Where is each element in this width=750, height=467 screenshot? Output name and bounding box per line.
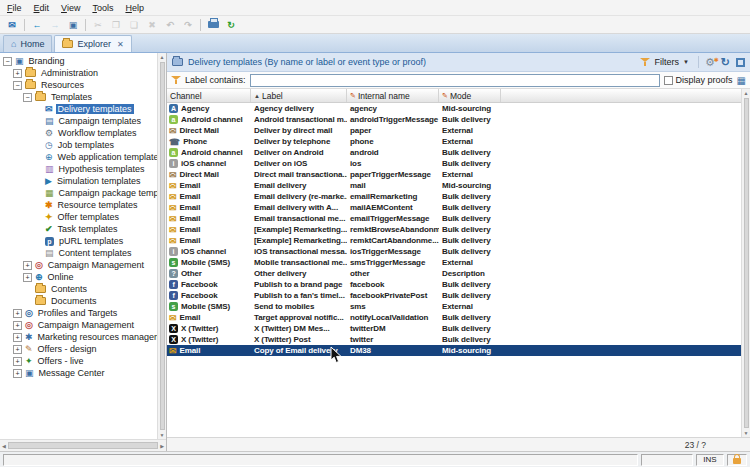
print-button[interactable] (204, 17, 222, 33)
menu-item-file[interactable]: File (1, 1, 28, 15)
table-row[interactable]: ✉Direct MailDirect mail transactiona...p… (167, 169, 741, 180)
table-row[interactable]: ✉EmailTarget approval notific...notifyLo… (167, 312, 741, 323)
table-row[interactable]: fFacebookPublish to a brand pagefacebook… (167, 279, 741, 290)
tree-item-documents[interactable]: Documents (0, 295, 157, 307)
tree-item-hypothesis-templates[interactable]: ▥Hypothesis templates (0, 163, 157, 175)
tree-item-workflow-templates[interactable]: ⚙Workflow templates (0, 127, 157, 139)
tree-item-contents[interactable]: Contents (0, 283, 157, 295)
tree-vertical-scrollbar[interactable]: ▲ ▼ (157, 53, 166, 439)
table-row[interactable]: aAndroid channelAndroid transactional m.… (167, 114, 741, 125)
refresh-icon[interactable]: ↻ (721, 57, 730, 68)
table-row[interactable]: ✉EmailEmail delivery (re-marke...emailRe… (167, 191, 741, 202)
collapse-icon[interactable]: − (3, 57, 12, 66)
column-header-mode[interactable]: ✎Mode (439, 89, 501, 102)
tree-item-online[interactable]: +⊕Online (0, 271, 157, 283)
tree-item-offer-templates[interactable]: ✦Offer templates (0, 211, 157, 223)
tree-item-delivery-templates[interactable]: ✉Delivery templates (0, 103, 157, 115)
scroll-right-icon[interactable]: ▶ (160, 443, 164, 449)
scrollbar-thumb[interactable] (744, 98, 749, 428)
table-row[interactable]: AAgencyAgency deliveryagencyMid-sourcing (167, 103, 741, 114)
column-header-label[interactable]: ▲Label (251, 89, 347, 102)
expand-icon[interactable]: + (13, 333, 22, 342)
scroll-up-icon[interactable]: ▲ (744, 90, 749, 96)
scrollbar-thumb[interactable] (8, 442, 158, 449)
expand-icon[interactable]: + (13, 69, 22, 78)
expand-icon[interactable]: + (23, 261, 32, 270)
back-button[interactable]: ← (28, 17, 46, 33)
table-row[interactable]: ✉EmailCopy of Email deliveryDM38Mid-sour… (167, 345, 741, 356)
expand-icon[interactable]: + (13, 369, 22, 378)
tree-item-campaign-templates[interactable]: ▤Campaign templates (0, 115, 157, 127)
scrollbar-thumb[interactable] (160, 62, 165, 430)
scroll-left-icon[interactable]: ◀ (2, 443, 6, 449)
table-row[interactable]: sMobile (SMS)Send to mobilessmsExternal (167, 301, 741, 312)
save-button[interactable]: ▣ (64, 17, 82, 33)
tree-item-campaign-management[interactable]: +◎Campaign Management (0, 319, 157, 331)
table-row[interactable]: XX (Twitter)X (Twitter) PosttwitterBulk … (167, 334, 741, 345)
tree-item-offers-design[interactable]: +✎Offers - design (0, 343, 157, 355)
tab-home[interactable]: ⌂Home (3, 35, 52, 52)
tree-item-administration[interactable]: +Administration (0, 67, 157, 79)
tab-explorer[interactable]: Explorer✕ (54, 35, 131, 52)
table-row[interactable]: aAndroid channelDeliver on Androidandroi… (167, 147, 741, 158)
table-row[interactable]: ?OtherOther deliveryotherDescription (167, 268, 741, 279)
tree-item-task-templates[interactable]: ✔Task templates (0, 223, 157, 235)
tree-item-profiles-and-targets[interactable]: +◎Profiles and Targets (0, 307, 157, 319)
scroll-down-icon[interactable]: ▼ (744, 430, 749, 436)
filters-button[interactable]: Filters ▼ (637, 56, 691, 68)
table-row[interactable]: ✉Direct MailDeliver by direct mailpaperE… (167, 125, 741, 136)
tree-item-web-application-templates[interactable]: ⊕Web application templates (0, 151, 157, 163)
table-row[interactable]: ✉EmailEmail delivery with A...mailAEMCon… (167, 202, 741, 213)
expand-icon[interactable]: + (23, 273, 32, 282)
tree-item-campaign-management[interactable]: +◎Campaign Management (0, 259, 157, 271)
table-row[interactable]: sMobile (SMS)Mobile transactional me...s… (167, 257, 741, 268)
table-row[interactable]: ✉Email[Example] Remarketing...remktCartA… (167, 235, 741, 246)
column-header-channel[interactable]: Channel (167, 89, 251, 102)
tree-item-job-templates[interactable]: ◷Job templates (0, 139, 157, 151)
tree-item-resource-templates[interactable]: ✱Resource templates (0, 199, 157, 211)
expand-icon[interactable]: + (13, 321, 22, 330)
table-row[interactable]: ✉EmailEmail transactional me...emailTrig… (167, 213, 741, 224)
tree-item-content-templates[interactable]: ▤Content templates (0, 247, 157, 259)
tree-item-resources[interactable]: −Resources (0, 79, 157, 91)
table-row[interactable]: XX (Twitter)X (Twitter) DM Mes...twitter… (167, 323, 741, 334)
table-row[interactable]: ☎PhoneDeliver by telephonephoneExternal (167, 136, 741, 147)
channel-label: Facebook (181, 291, 218, 300)
table-row[interactable]: iiOS channeliOS transactional messa...io… (167, 246, 741, 257)
scroll-down-icon[interactable]: ▼ (160, 432, 165, 438)
display-proofs-checkbox[interactable] (664, 76, 673, 85)
list-vertical-scrollbar[interactable]: ▲ ▼ (741, 89, 750, 437)
tree-item-branding[interactable]: −▣Branding (0, 55, 157, 67)
tree-item-templates[interactable]: −Templates (0, 91, 157, 103)
expand-icon[interactable]: + (13, 309, 22, 318)
table-row[interactable]: fFacebookPublish to a fan's timel...face… (167, 290, 741, 301)
tree-horizontal-scrollbar[interactable]: ◀ ▶ (0, 439, 166, 451)
tree-item-message-center[interactable]: +▣Message Center (0, 367, 157, 379)
label-contains-input[interactable] (250, 74, 660, 87)
menu-item-tools[interactable]: Tools (86, 1, 119, 15)
collapse-icon[interactable]: − (23, 93, 32, 102)
configure-columns-icon[interactable]: ▦ (737, 75, 746, 86)
table-row[interactable]: ✉EmailEmail deliverymailMid-sourcing (167, 180, 741, 191)
fullscreen-icon[interactable] (736, 58, 745, 67)
collapse-icon[interactable]: − (13, 81, 22, 90)
refresh-button[interactable]: ↻ (222, 17, 240, 33)
menu-item-view[interactable]: View (55, 1, 86, 15)
tab-close-icon[interactable]: ✕ (117, 40, 124, 49)
tree-item-campaign-package-templates[interactable]: ▦Campaign package templates (0, 187, 157, 199)
column-header-internal-name[interactable]: ✎Internal name (347, 89, 439, 102)
menu-item-help[interactable]: Help (119, 1, 150, 15)
table-row[interactable]: ✉Email[Example] Remarketing...remktBrows… (167, 224, 741, 235)
expand-icon[interactable]: + (13, 357, 22, 366)
tree-item-simulation-templates[interactable]: ▶Simulation templates (0, 175, 157, 187)
new-message-button[interactable]: ✉ (3, 17, 21, 33)
settings-gear-icon[interactable]: ⚙ (705, 57, 715, 68)
tree-item-offers-live[interactable]: +✦Offers - live (0, 355, 157, 367)
menu-item-edit[interactable]: Edit (28, 1, 56, 15)
expand-icon[interactable]: + (13, 345, 22, 354)
table-row[interactable]: iiOS channelDeliver on iOSiosBulk delive… (167, 158, 741, 169)
tree-item-marketing-resources-management[interactable]: +✱Marketing resources management (0, 331, 157, 343)
display-proofs-option[interactable]: Display proofs (664, 75, 733, 85)
tree-item-purl-templates[interactable]: ppURL templates (0, 235, 157, 247)
scroll-up-icon[interactable]: ▲ (160, 54, 165, 60)
